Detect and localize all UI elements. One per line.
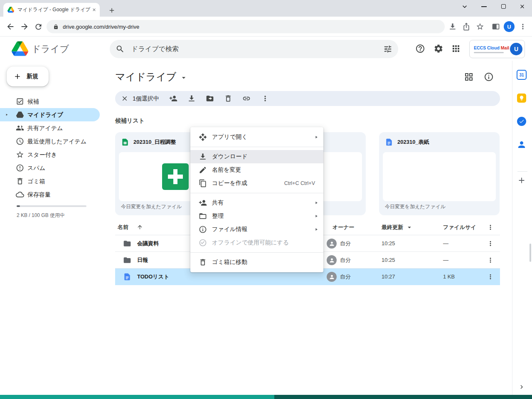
sidebar-item-starred[interactable]: スター付き <box>0 148 100 161</box>
sidebar-item-label: 保存容量 <box>27 188 51 201</box>
address-bar[interactable]: drive.google.com/drive/my-drive <box>47 20 445 33</box>
copy-link-icon[interactable] <box>242 94 251 103</box>
sidebar-item-trash[interactable]: ゴミ箱 <box>0 175 100 188</box>
owner-avatar <box>327 272 337 282</box>
row-more-icon[interactable] <box>487 240 494 247</box>
sidebar-item-label: 候補 <box>27 95 39 108</box>
add-addon-icon[interactable] <box>517 176 526 185</box>
storage-usage-text: 2 KB / 100 GB 使用中 <box>17 212 65 219</box>
context-menu: アプリで開く ダウンロード 名前を変更 コピーを作成 Ctrl+C Ctrl+V… <box>190 127 323 272</box>
side-apps-panel: 31 <box>512 61 532 395</box>
menu-item-move-to-trash[interactable]: ゴミ箱に移動 <box>190 256 323 269</box>
window-menu-chevron-icon[interactable] <box>461 2 469 11</box>
title-dropdown-icon[interactable] <box>180 74 188 82</box>
menu-item-file-info[interactable]: ファイル情報 <box>190 223 323 236</box>
share-selected-icon[interactable] <box>169 94 177 103</box>
search-filter-icon[interactable] <box>383 44 392 54</box>
suggestions-label: 候補リスト <box>115 117 145 125</box>
apps-grid-icon[interactable] <box>451 44 461 54</box>
window-maximize-button[interactable] <box>501 4 506 9</box>
menu-item-organize[interactable]: 整理 <box>190 209 323 223</box>
account-badge[interactable]: ECCS CloudMail U <box>469 40 525 58</box>
lock-icon[interactable] <box>53 24 59 30</box>
window-close-button[interactable] <box>519 3 525 10</box>
sidebar-item-recent[interactable]: 最近使用したアイテム <box>0 135 100 148</box>
check-icon <box>519 118 525 124</box>
new-button-label: 新規 <box>27 73 38 80</box>
sort-ascending-icon[interactable] <box>137 224 143 230</box>
column-header-name[interactable]: 名前 <box>118 219 128 235</box>
rename-pencil-icon <box>199 166 207 174</box>
account-subtext-line <box>474 52 504 53</box>
sidebar-item-suggested[interactable]: 候補 <box>0 95 100 108</box>
tasks-app-icon[interactable] <box>517 117 526 126</box>
row-more-icon[interactable] <box>487 256 494 264</box>
submenu-arrow-icon <box>314 201 318 205</box>
sidebar-item-shared[interactable]: 共有アイテム <box>0 121 100 135</box>
sidebar-item-storage[interactable]: 保存容量 <box>0 188 100 201</box>
browser-avatar[interactable]: U <box>504 21 515 32</box>
search-icon[interactable] <box>116 44 125 54</box>
account-avatar[interactable]: U <box>510 43 522 55</box>
page-title: マイドライブ <box>115 70 176 84</box>
search-input[interactable]: ドライブで検索 <box>131 45 383 54</box>
menu-item-rename[interactable]: 名前を変更 <box>190 163 323 177</box>
search-bar[interactable]: ドライブで検索 <box>110 40 398 58</box>
page-title-row[interactable]: マイドライブ <box>115 70 188 84</box>
reload-icon[interactable] <box>34 22 43 31</box>
scrollbar-thumb[interactable] <box>530 244 531 262</box>
tab-close-icon[interactable] <box>92 7 96 12</box>
keep-app-icon[interactable] <box>517 94 526 103</box>
suggested-card-doc[interactable]: 202310_表紙 今日変更を加えたファイル <box>379 132 500 215</box>
row-more-icon[interactable] <box>487 273 494 281</box>
bookmark-star-icon[interactable] <box>476 22 484 31</box>
modified-dropdown-icon[interactable] <box>406 224 413 231</box>
browser-tab-strip: マイドライブ - Google ドライブ <box>0 0 532 17</box>
browser-tab[interactable]: マイドライブ - Google ドライブ <box>3 3 100 17</box>
drive-header: ドライブ ドライブで検索 ECCS CloudMail U <box>0 37 532 61</box>
download-selected-icon[interactable] <box>187 94 196 103</box>
side-panel-icon[interactable] <box>492 22 500 31</box>
details-info-icon[interactable] <box>484 72 494 82</box>
trash-selected-icon[interactable] <box>224 94 232 103</box>
grid-view-icon[interactable] <box>464 72 474 82</box>
file-modified: 10:25 <box>382 235 395 252</box>
sidebar-item-spam[interactable]: スパム <box>0 161 100 175</box>
sheets-thumbnail-icon <box>162 163 189 190</box>
new-tab-icon[interactable] <box>108 7 116 14</box>
drive-logo-icon[interactable] <box>12 41 28 56</box>
contacts-app-icon[interactable] <box>517 140 527 150</box>
docs-file-icon <box>385 138 393 146</box>
forward-icon[interactable] <box>20 22 29 31</box>
clear-selection-icon[interactable] <box>121 95 128 102</box>
share-page-icon[interactable] <box>462 22 470 31</box>
menu-item-label: ゴミ箱に移動 <box>212 259 247 266</box>
file-owner: 自分 <box>340 235 351 252</box>
expand-arrow-icon[interactable] <box>5 113 8 116</box>
browser-menu-icon[interactable] <box>519 22 527 31</box>
calendar-app-icon[interactable]: 31 <box>517 70 527 80</box>
menu-item-share[interactable]: 共有 <box>190 196 323 209</box>
file-owner: 自分 <box>340 268 351 285</box>
back-icon[interactable] <box>6 22 15 31</box>
menu-item-label: ダウンロード <box>212 153 248 160</box>
star-icon <box>16 150 24 159</box>
sidebar-item-label: ゴミ箱 <box>27 175 45 188</box>
sidebar-item-my-drive[interactable]: マイドライブ <box>0 108 100 121</box>
settings-gear-icon[interactable] <box>433 44 443 54</box>
help-icon[interactable] <box>415 44 425 54</box>
move-selected-icon[interactable] <box>206 94 214 103</box>
column-header-modified[interactable]: 最終更新 <box>382 219 403 235</box>
menu-item-open-with[interactable]: アプリで開く <box>190 131 323 144</box>
window-minimize-button[interactable] <box>481 6 487 7</box>
new-button[interactable]: 新規 <box>7 66 49 86</box>
menu-item-download[interactable]: ダウンロード <box>190 150 323 163</box>
panel-collapse-chevron-icon[interactable] <box>518 383 525 391</box>
column-settings-icon[interactable] <box>487 224 494 231</box>
column-header-owner[interactable]: オーナー <box>332 219 355 235</box>
download-page-icon[interactable] <box>448 22 457 31</box>
menu-item-make-copy[interactable]: コピーを作成 Ctrl+C Ctrl+V <box>190 177 323 190</box>
column-header-size[interactable]: ファイルサイ <box>443 219 476 235</box>
tab-title: マイドライブ - Google ドライブ <box>17 6 92 13</box>
more-actions-icon[interactable] <box>261 94 269 103</box>
